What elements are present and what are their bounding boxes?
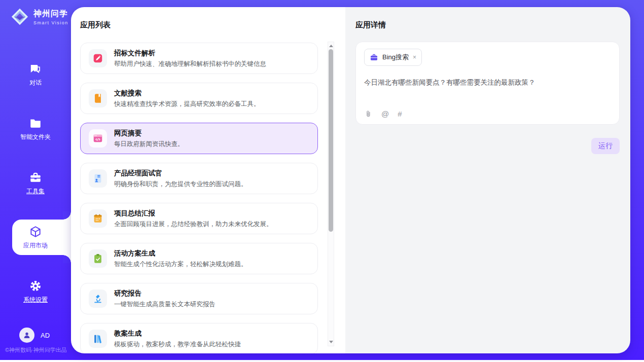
list-item-web-summary[interactable]: 网页摘要 每日政府新闻资讯快查。 bbox=[80, 123, 318, 154]
app-list-title: 应用列表 bbox=[80, 20, 111, 30]
app-detail-title: 应用详情 bbox=[355, 20, 386, 30]
tool-tag-label: Bing搜索 bbox=[382, 53, 409, 62]
list-item-event-plan[interactable]: 活动方案生成 智能生成个性化活动方案，轻松解决规划难题。 bbox=[80, 243, 318, 274]
toolbox-icon bbox=[29, 171, 42, 184]
sidebar-nav: 对话 智能文件夹 工具集 bbox=[0, 57, 71, 309]
cube-icon bbox=[29, 225, 42, 238]
scroll-down-arrow-icon[interactable] bbox=[328, 339, 334, 345]
app-list: 招标文件解析 帮助用户快速、准确地理解和解析招标书中的关键信息 文献搜索 快速精… bbox=[80, 43, 318, 353]
sidebar-item-smart-folder[interactable]: 智能文件夹 bbox=[0, 111, 71, 147]
app-description: 帮助用户快速、准确地理解和解析招标书中的关键信息 bbox=[114, 60, 266, 68]
app-description: 智能生成个性化活动方案，轻松解决规划难题。 bbox=[114, 260, 247, 269]
concave-corner bbox=[63, 211, 71, 220]
concave-corner bbox=[63, 255, 71, 263]
sidebar-item-label: 对话 bbox=[29, 79, 42, 87]
sidebar-item-label: 应用市场 bbox=[23, 241, 48, 250]
list-item-research-report[interactable]: 研究报告 一键智能生成高质量长文本研究报告 bbox=[80, 283, 318, 314]
book-icon bbox=[89, 89, 107, 107]
app-description: 一键智能生成高质量长文本研究报告 bbox=[114, 300, 216, 309]
scroll-up-arrow-icon[interactable] bbox=[328, 43, 334, 49]
sidebar: 神州问学 Smart Vision 对话 bbox=[0, 0, 71, 360]
tender-edit-icon bbox=[89, 49, 107, 67]
run-button[interactable]: 运行 bbox=[591, 138, 620, 154]
hash-icon[interactable]: # bbox=[398, 110, 402, 118]
mention-icon[interactable]: @ bbox=[381, 110, 389, 118]
chat-icon bbox=[29, 62, 42, 76]
microscope-icon bbox=[89, 289, 107, 308]
composer-toolbar: @ # bbox=[364, 110, 611, 118]
logo-subtitle: Smart Vision bbox=[33, 20, 68, 25]
clipboard-check-icon bbox=[89, 249, 107, 268]
user-name: AD bbox=[41, 332, 50, 339]
sidebar-item-label: 工具集 bbox=[26, 187, 45, 196]
sidebar-item-chat[interactable]: 对话 bbox=[0, 57, 71, 92]
avatar bbox=[19, 328, 34, 343]
app-frame: 神州问学 Smart Vision 对话 bbox=[0, 0, 644, 360]
tool-tag-bing-search[interactable]: Bing搜索 × bbox=[364, 49, 422, 66]
app-description: 模板驱动，教案秒成，教学准备从此轻松快捷 bbox=[114, 340, 241, 349]
sidebar-item-label: 系统设置 bbox=[23, 296, 48, 304]
app-name: 网页摘要 bbox=[114, 129, 184, 138]
app-name: 招标文件解析 bbox=[114, 49, 266, 58]
copyright-text: ©神州数码·神州问学出品 bbox=[5, 346, 67, 354]
list-item-lesson-plan[interactable]: 教案生成 模板驱动，教案秒成，教学准备从此轻松快捷 bbox=[80, 323, 318, 353]
app-name: 文献搜索 bbox=[114, 89, 260, 98]
query-text[interactable]: 今日湖北有哪些新闻要点？有哪些需要关注的最新政策？ bbox=[364, 78, 611, 110]
list-item-literature-search[interactable]: 文献搜索 快速精准查找学术资源，提高研究效率的必备工具。 bbox=[80, 83, 318, 114]
attachment-icon[interactable] bbox=[364, 110, 373, 118]
person-icon bbox=[22, 331, 31, 340]
browser-code-icon bbox=[89, 129, 107, 148]
app-name: 研究报告 bbox=[114, 289, 216, 298]
sidebar-item-app-market[interactable]: 应用市场 bbox=[0, 220, 71, 255]
sidebar-item-toolset[interactable]: 工具集 bbox=[0, 165, 71, 201]
list-item-pm-interviewer[interactable]: 产品经理面试官 明确身份和职责，为您提供专业性的面试问题。 bbox=[80, 163, 318, 194]
list-item-project-summary[interactable]: 项目总结汇报 全面回顾项目进展，总结经验教训，助力未来优化发展。 bbox=[80, 203, 318, 234]
app-list-panel: 应用列表 招标文件解析 帮助用户快速、准确地理解和解析招标书中的关键信息 bbox=[71, 7, 345, 353]
app-detail-panel: 应用详情 Bing搜索 × 今日湖北有哪些新闻要点？有哪些需要关注的最新政策？ bbox=[345, 7, 630, 353]
scrollbar-thumb[interactable] bbox=[329, 49, 333, 232]
app-name: 项目总结汇报 bbox=[114, 209, 273, 218]
close-icon[interactable]: × bbox=[413, 54, 416, 60]
logo: 神州问学 Smart Vision bbox=[0, 0, 71, 26]
diamond-logo-icon bbox=[10, 7, 29, 26]
app-description: 每日政府新闻资讯快查。 bbox=[114, 140, 184, 149]
app-description: 快速精准查找学术资源，提高研究效率的必备工具。 bbox=[114, 100, 260, 108]
gear-icon bbox=[29, 279, 42, 293]
logo-title: 神州问学 bbox=[33, 9, 68, 19]
sidebar-item-settings[interactable]: 系统设置 bbox=[0, 274, 71, 309]
books-icon bbox=[89, 330, 107, 348]
app-description: 明确身份和职责，为您提供专业性的面试问题。 bbox=[114, 180, 247, 189]
calendar-icon bbox=[89, 209, 107, 228]
app-name: 教案生成 bbox=[114, 329, 241, 338]
folder-icon bbox=[29, 117, 42, 130]
sidebar-item-label: 智能文件夹 bbox=[20, 133, 51, 141]
main-content: 应用列表 招标文件解析 帮助用户快速、准确地理解和解析招标书中的关键信息 bbox=[71, 7, 630, 353]
list-scrollbar[interactable] bbox=[328, 42, 334, 346]
user-profile[interactable]: AD bbox=[19, 328, 50, 343]
run-row: 运行 bbox=[591, 138, 620, 154]
briefcase-icon bbox=[370, 53, 378, 62]
resume-icon bbox=[89, 169, 107, 188]
app-description: 全面回顾项目进展，总结经验教训，助力未来优化发展。 bbox=[114, 220, 273, 229]
prompt-composer[interactable]: Bing搜索 × 今日湖北有哪些新闻要点？有哪些需要关注的最新政策？ @ # bbox=[355, 42, 620, 125]
app-name: 产品经理面试官 bbox=[114, 169, 247, 178]
list-item-tender-analysis[interactable]: 招标文件解析 帮助用户快速、准确地理解和解析招标书中的关键信息 bbox=[80, 43, 318, 74]
app-name: 活动方案生成 bbox=[114, 249, 247, 258]
